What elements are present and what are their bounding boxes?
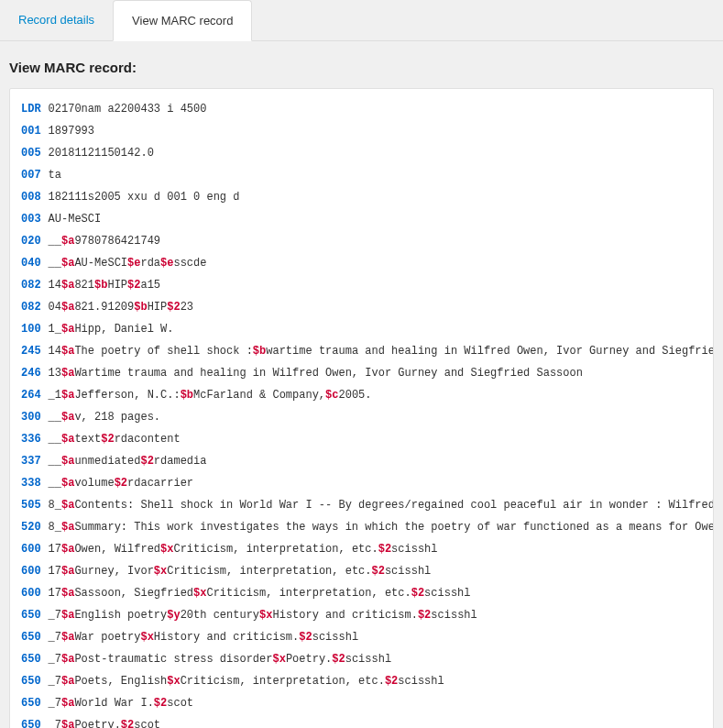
marc-subfield-code: $a xyxy=(61,279,74,292)
marc-tag: 650 xyxy=(17,692,45,714)
marc-subfield-code: $c xyxy=(325,389,338,402)
marc-value: _7$aPoetry.$2scot xyxy=(45,714,714,728)
marc-text: volume xyxy=(74,477,114,490)
marc-row: 08204$a821.91209$bHIP$223 xyxy=(17,296,714,318)
marc-tag: 650 xyxy=(17,648,45,670)
marc-text: History and criticism. xyxy=(272,609,417,622)
marc-record-box: LDR 02170nam a2200433 i 4500001 18979930… xyxy=(9,88,714,728)
marc-subfield-code: $a xyxy=(61,323,74,336)
marc-text: Criticism, interpretation, etc. xyxy=(206,587,411,600)
marc-value: __$aAU-MeSCI$erda$esscde xyxy=(45,252,714,274)
marc-value: __$av, 218 pages. xyxy=(45,406,714,428)
marc-subfield-code: $2 xyxy=(140,455,153,468)
marc-subfield-code: $a xyxy=(61,345,74,358)
marc-value: 8_$aContents: Shell shock in World War I… xyxy=(45,494,714,516)
marc-subfield-code: $x xyxy=(160,543,173,556)
marc-text: v, 218 pages. xyxy=(74,411,160,424)
marc-indicator: _7 xyxy=(49,653,61,666)
marc-text: Poetry. xyxy=(74,719,120,728)
marc-subfield-code: $x xyxy=(154,565,167,578)
marc-text: AU-MeSCI xyxy=(49,213,102,226)
marc-row: 337__$aunmediated$2rdamedia xyxy=(17,450,714,472)
marc-value: 8_$aSummary: This work investigates the … xyxy=(45,516,714,538)
marc-subfield-code: $a xyxy=(61,367,74,380)
marc-text: 821 xyxy=(74,279,94,292)
marc-row: 650_7$aPoetry.$2scot xyxy=(17,714,714,728)
marc-subfield-code: $2 xyxy=(121,719,134,728)
marc-text: 182111s2005 xxu d 001 0 eng d xyxy=(49,191,240,204)
marc-text: Criticism, interpretation, etc. xyxy=(181,675,385,688)
marc-indicator: 17 xyxy=(49,565,61,578)
marc-subfield-code: $e xyxy=(160,257,173,270)
marc-text: 23 xyxy=(181,301,193,314)
marc-tag: 082 xyxy=(17,274,45,296)
marc-subfield-code: $a xyxy=(61,301,74,314)
marc-indicator: _7 xyxy=(49,697,61,710)
marc-indicator: 13 xyxy=(49,367,61,380)
marc-text: 20181121150142.0 xyxy=(49,147,154,160)
marc-text: sscde xyxy=(173,257,206,270)
marc-subfield-code: $2 xyxy=(101,433,114,446)
marc-value: _7$aPoets, English$xCriticism, interpret… xyxy=(45,670,714,692)
marc-row: 003 AU-MeSCI xyxy=(17,208,714,230)
marc-text: Sassoon, Siegfried xyxy=(74,587,193,600)
marc-subfield-code: $b xyxy=(94,279,107,292)
marc-subfield-code: $2 xyxy=(127,279,140,292)
marc-value: ta xyxy=(45,164,714,186)
marc-text: Criticism, interpretation, etc. xyxy=(173,543,378,556)
marc-row: 60017$aSassoon, Siegfried$xCriticism, in… xyxy=(17,582,714,604)
marc-tag: 337 xyxy=(17,450,45,472)
tab-record-details[interactable]: Record details xyxy=(0,0,113,40)
marc-row: LDR 02170nam a2200433 i 4500 xyxy=(17,98,714,120)
marc-subfield-code: $2 xyxy=(332,653,345,666)
marc-indicator: 8_ xyxy=(49,521,61,534)
marc-value: __$a9780786421749 xyxy=(45,230,714,252)
marc-tag: 082 xyxy=(17,296,45,318)
marc-tag: 264 xyxy=(17,384,45,406)
marc-text: English poetry xyxy=(74,609,167,622)
marc-tag: 300 xyxy=(17,406,45,428)
marc-subfield-code: $e xyxy=(127,257,140,270)
marc-subfield-code: $a xyxy=(61,675,74,688)
marc-text: HIP xyxy=(148,301,168,314)
marc-text: Contents: Shell shock in World War I -- … xyxy=(74,499,714,512)
marc-subfield-code: $2 xyxy=(378,543,391,556)
marc-text: World War I. xyxy=(74,697,153,710)
tab-view-marc-record[interactable]: View MARC record xyxy=(113,0,252,41)
marc-value: _7$aPost-traumatic stress disorder$xPoet… xyxy=(45,648,714,670)
marc-row: 60017$aGurney, Ivor$xCriticism, interpre… xyxy=(17,560,714,582)
marc-text: rdamedia xyxy=(154,455,207,468)
marc-subfield-code: $2 xyxy=(154,697,167,710)
marc-row: 650_7$aEnglish poetry$y20th century$xHis… xyxy=(17,604,714,626)
marc-subfield-code: $x xyxy=(140,631,153,644)
marc-text: rda xyxy=(140,257,160,270)
marc-value: 02170nam a2200433 i 4500 xyxy=(45,98,714,120)
marc-indicator: _7 xyxy=(49,719,61,728)
marc-text: Poetry. xyxy=(286,653,332,666)
marc-tag: 007 xyxy=(17,164,45,186)
marc-subfield-code: $2 xyxy=(372,565,385,578)
marc-subfield-code: $2 xyxy=(411,587,424,600)
marc-value: 17$aOwen, Wilfred$xCriticism, interpreta… xyxy=(45,538,714,560)
marc-tag: 600 xyxy=(17,538,45,560)
marc-indicator: 17 xyxy=(49,587,61,600)
marc-text: a15 xyxy=(140,279,160,292)
marc-subfield-code: $a xyxy=(61,411,74,424)
marc-subfield-code: $b xyxy=(253,345,266,358)
marc-indicator: 14 xyxy=(49,345,61,358)
marc-row: 5058_$aContents: Shell shock in World Wa… xyxy=(17,494,714,516)
marc-value: AU-MeSCI xyxy=(45,208,714,230)
marc-indicator: __ xyxy=(49,235,61,248)
marc-text: HIP xyxy=(107,279,127,292)
marc-text: Gurney, Ivor xyxy=(74,565,153,578)
marc-text: ta xyxy=(49,169,61,182)
marc-subfield-code: $x xyxy=(167,675,180,688)
marc-indicator: 1_ xyxy=(49,323,61,336)
section-title: View MARC record: xyxy=(9,60,714,75)
marc-tag: 100 xyxy=(17,318,45,340)
marc-row: 24613$aWartime trauma and healing in Wil… xyxy=(17,362,714,384)
marc-subfield-code: $2 xyxy=(418,609,431,622)
marc-text: Jefferson, N.C.: xyxy=(74,389,180,402)
marc-row: 007 ta xyxy=(17,164,714,186)
marc-value: _1$aJefferson, N.C.:$bMcFarland & Compan… xyxy=(45,384,714,406)
